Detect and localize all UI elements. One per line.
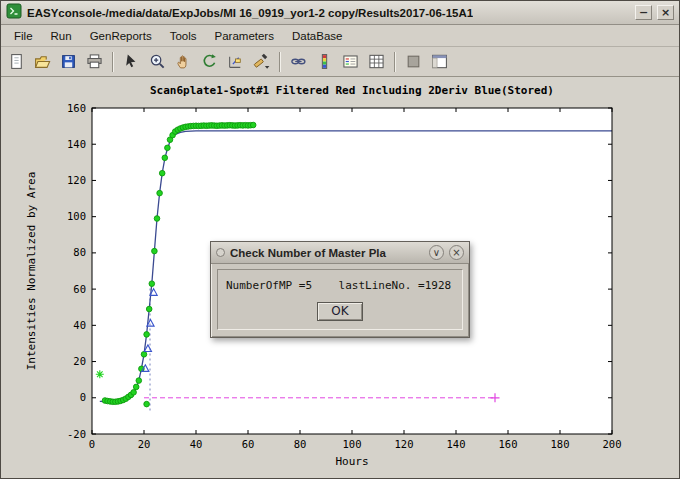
plot-title: Scan6plate1-Spot#1 Filtered Red Includin… <box>150 84 554 97</box>
window-title: EASYconsole-/media/data/ExpJobs/MI 16_09… <box>27 7 473 19</box>
svg-text:60: 60 <box>242 438 255 450</box>
toolbar-separator <box>394 52 396 72</box>
print-figure-icon <box>86 53 103 70</box>
edit-plot-icon <box>123 53 140 70</box>
print-figure-button[interactable] <box>82 49 107 74</box>
app-icon <box>6 3 22 23</box>
toolbar-separator <box>279 52 281 72</box>
zoom-in-icon <box>149 53 166 70</box>
save-figure-button[interactable] <box>56 49 81 74</box>
brush-button[interactable] <box>249 49 274 74</box>
rotate-3d-icon <box>201 53 218 70</box>
svg-text:160: 160 <box>67 102 86 114</box>
rotate-3d-button[interactable] <box>197 49 222 74</box>
link-plot-icon <box>290 53 307 70</box>
hide-plot-tools-button[interactable] <box>401 49 426 74</box>
svg-text:40: 40 <box>73 319 86 331</box>
ok-button[interactable]: OK <box>317 302 363 321</box>
insert-legend-button[interactable] <box>338 49 363 74</box>
dialog-close-button[interactable]: × <box>449 245 464 260</box>
window-titlebar[interactable]: EASYconsole-/media/data/ExpJobs/MI 16_09… <box>1 1 679 25</box>
svg-text:160: 160 <box>499 438 518 450</box>
dialog-body: NumberOfMP =5 lastLineNo. =1928 OK <box>217 269 463 330</box>
svg-text:180: 180 <box>551 438 570 450</box>
svg-text:140: 140 <box>67 138 86 150</box>
dialog-ok-row: OK <box>226 301 454 321</box>
svg-text:80: 80 <box>294 438 307 450</box>
svg-text:-20: -20 <box>67 428 86 440</box>
toolbar-separator <box>112 52 114 72</box>
open-file-icon <box>34 53 51 70</box>
svg-text:0: 0 <box>80 391 86 403</box>
menubar: FileRunGenReportsToolsParametersDataBase <box>1 25 679 47</box>
minimize-button[interactable]: − <box>635 5 652 20</box>
svg-text:0: 0 <box>89 438 95 450</box>
svg-text:120: 120 <box>395 438 414 450</box>
dialog-icon <box>216 248 225 257</box>
dialog: Check Number of Master Pla ∨ × NumberOfM… <box>210 241 470 338</box>
show-plot-tools-button[interactable] <box>427 49 452 74</box>
menu-run[interactable]: Run <box>42 27 81 45</box>
pan-icon <box>175 53 192 70</box>
menu-file[interactable]: File <box>5 27 42 45</box>
figure-area: 020406080100120140160180200-200204060801… <box>1 77 679 478</box>
svg-text:100: 100 <box>343 438 362 450</box>
app-window: EASYconsole-/media/data/ExpJobs/MI 16_09… <box>0 0 680 479</box>
svg-text:60: 60 <box>73 283 86 295</box>
svg-text:200: 200 <box>603 438 622 450</box>
dialog-titlebar[interactable]: Check Number of Master Pla ∨ × <box>211 242 469 264</box>
svg-text:120: 120 <box>67 174 86 186</box>
zoom-in-button[interactable] <box>145 49 170 74</box>
link-plot-button[interactable] <box>286 49 311 74</box>
open-file-button[interactable] <box>30 49 55 74</box>
data-cursor-button[interactable] <box>223 49 248 74</box>
data-cursor-icon <box>227 53 244 70</box>
new-figure-icon <box>8 53 25 70</box>
menu-tools[interactable]: Tools <box>161 27 206 45</box>
show-plot-tools-icon <box>431 53 448 70</box>
dialog-collapse-button[interactable]: ∨ <box>429 245 444 260</box>
svg-text:100: 100 <box>67 210 86 222</box>
dialog-title: Check Number of Master Pla <box>230 247 424 259</box>
svg-text:80: 80 <box>73 246 86 258</box>
new-figure-button[interactable] <box>4 49 29 74</box>
svg-text:20: 20 <box>73 355 86 367</box>
brush-icon <box>253 53 270 70</box>
plot-browser-button[interactable] <box>364 49 389 74</box>
hide-plot-tools-icon <box>405 53 422 70</box>
menu-database[interactable]: DataBase <box>283 27 352 45</box>
svg-text:40: 40 <box>190 438 203 450</box>
svg-text:140: 140 <box>447 438 466 450</box>
insert-colorbar-icon <box>316 53 333 70</box>
dialog-message: NumberOfMP =5 lastLineNo. =1928 <box>226 279 454 292</box>
y-axis-label: Intensities Normalized by Area <box>25 172 38 371</box>
menu-parameters[interactable]: Parameters <box>206 27 283 45</box>
insert-colorbar-button[interactable] <box>312 49 337 74</box>
toolbar <box>1 47 679 77</box>
edit-plot-button[interactable] <box>119 49 144 74</box>
close-button[interactable]: × <box>657 5 674 20</box>
pan-button[interactable] <box>171 49 196 74</box>
insert-legend-icon <box>342 53 359 70</box>
menu-genreports[interactable]: GenReports <box>81 27 161 45</box>
save-figure-icon <box>60 53 77 70</box>
plot-browser-icon <box>368 53 385 70</box>
x-axis-label: Hours <box>335 455 368 468</box>
svg-text:20: 20 <box>138 438 151 450</box>
